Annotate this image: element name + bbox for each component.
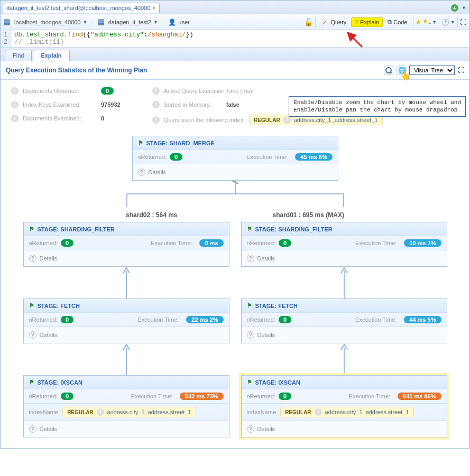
code-token: /shanghai/ [148,31,186,39]
nreturned-label: nReturned: [138,154,167,160]
result-tabs: Find Explain [1,48,469,61]
question-icon: ? [29,255,36,262]
cursor-hand-icon: 👆 [400,71,411,81]
info-icon: i [152,87,160,95]
flag-icon: ⚑ [29,226,34,232]
nreturned-value: 0 [279,393,291,400]
explain-tree[interactable]: ⚑STAGE: SHARD_MERGE nReturned:0 Executio… [1,130,469,448]
add-tab-icon[interactable]: + [451,4,458,12]
code-comment: // .limit(11) [14,39,193,46]
details-toggle[interactable]: ?Details [24,421,229,437]
details-toggle[interactable]: ?Details [242,250,447,266]
stage-fetch-right: ⚑STAGE: FETCH nReturned:0 Execution Time… [241,298,447,343]
chevron-down-icon[interactable]: ▼ [450,20,455,25]
zoom-toggle-icon[interactable] [384,66,393,75]
flag-icon: ⚑ [138,139,143,146]
stage-sharding-filter-left: ⚑STAGE: SHARDING_FILTER nReturned:0 Exec… [23,222,229,267]
info-icon: i [11,87,19,95]
details-toggle[interactable]: ?Details [242,421,447,437]
button-label: Query [330,19,346,25]
stage-sharding-filter-right: ⚑STAGE: SHARDING_FILTER nReturned:0 Exec… [241,222,447,267]
details-toggle[interactable]: ?Details [24,326,229,343]
tab-find[interactable]: Find [5,50,32,61]
exec-value: 542 ms 73% [180,393,223,400]
history-icon[interactable]: 🕑 [441,18,449,26]
nreturned-value: 0 [61,239,73,247]
indexname-label: indexName [29,409,59,415]
question-icon: ? [247,331,254,339]
stat-label: Documents Returned: [23,88,97,94]
exec-label: Execution Time: [355,316,397,323]
nreturned-value: 0 [61,393,73,400]
details-toggle[interactable]: ?Details [24,250,229,266]
tab-explain[interactable]: Explain [33,50,69,61]
connector [77,181,394,207]
details-toggle[interactable]: ?Details [133,164,338,180]
database-icon [4,19,10,25]
details-toggle[interactable]: ?Details [242,326,447,343]
tab-label: datagen_it_test2:test_shard@localhost_mo… [6,5,150,11]
stage-title: STAGE: SHARDING_FILTER [38,226,115,232]
stage-title: STAGE: IXSCAN [255,379,300,386]
index-name: address.city_1_address.street_1 [325,409,409,415]
nreturned-value: 0 [61,316,73,323]
exec-label: Execution Time: [131,393,172,399]
info-icon: i [152,116,160,124]
nreturned-label: nReturned: [247,316,275,323]
stat-label: Sorted in Memory: [164,101,222,108]
exec-label: Execution Time: [349,393,390,399]
exec-value: 45 ms 6% [295,153,332,161]
stat-value: 0 [101,115,104,122]
star-icon[interactable]: ★ [416,18,421,26]
question-icon: ? [138,169,145,176]
chevron-down-icon[interactable]: ▼ [153,20,158,25]
editor-tab[interactable]: datagen_it_test2:test_shard@localhost_mo… [3,3,160,13]
info-icon: i [152,101,160,108]
run-icon[interactable]: 🔓 [304,18,313,26]
chevron-down-icon[interactable]: ▼ [82,20,87,25]
query-button[interactable]: 🪄 Query [318,17,350,27]
info-icon: i [315,408,322,416]
code-editor[interactable]: 1 2 db.test_shard.find({"address.city":/… [1,30,469,48]
exec-value: 641 ms 86% [398,393,441,400]
panel-title: Query Execution Statistics of the Winnin… [6,67,147,74]
exec-label: Execution Time: [151,240,192,246]
editor-tab-bar: datagen_it_test2:test_shard@localhost_mo… [1,1,469,14]
expand-icon[interactable]: ⛶ [458,67,464,74]
explain-button[interactable]: ? Explain [351,17,383,27]
stage-shard-merge: ⚑STAGE: SHARD_MERGE nReturned:0 Executio… [132,136,338,181]
question-icon: ? [247,255,254,262]
index-pill: REGULAR i address.city_1_address.street_… [62,407,196,417]
view-select[interactable]: Visual Tree [409,66,455,75]
tooltip-line: Enable/Disable zoom the chart by mouse w… [293,99,461,106]
question-icon: ? [29,425,36,433]
code-token: ({ [83,31,90,39]
chevron-down-icon[interactable]: ▼ [432,20,437,25]
code-button[interactable]: ⧉ Code [384,17,411,27]
user-icon: 👤 [168,18,176,26]
stat-value-badge: 0 [101,87,114,95]
star-add-icon[interactable]: ★+ [422,17,431,26]
close-icon[interactable]: × [152,5,155,11]
database-icon [98,19,104,25]
question-icon: ? [29,331,36,339]
connector [339,267,349,298]
line-gutter: 1 2 [1,30,11,47]
exec-label: Execution Time: [246,154,288,160]
line-number: 2 [4,39,7,46]
exec-label: Execution Time: [355,240,397,246]
index-type: REGULAR [254,117,280,123]
connection-name[interactable]: localhost_mongos_40000 [14,19,80,25]
database-name[interactable]: datagen_it_test2 [108,19,151,25]
connector [339,343,349,375]
expand-icon[interactable]: ⛶ [460,18,466,26]
stat-label: Actual Query Execution Time (ms): [164,88,254,94]
exec-label: Execution Time: [137,316,179,323]
chevron-down-icon[interactable]: ▼ [462,5,466,11]
stage-ixscan-left: ⚑STAGE: IXSCAN nReturned:0 Execution Tim… [23,375,229,437]
stage-title: STAGE: IXSCAN [38,379,82,386]
exec-value: 0 ms [199,239,223,247]
index-type: REGULAR [285,409,311,415]
exec-value: 22 ms 2% [186,316,223,323]
button-label: Code [393,19,407,25]
